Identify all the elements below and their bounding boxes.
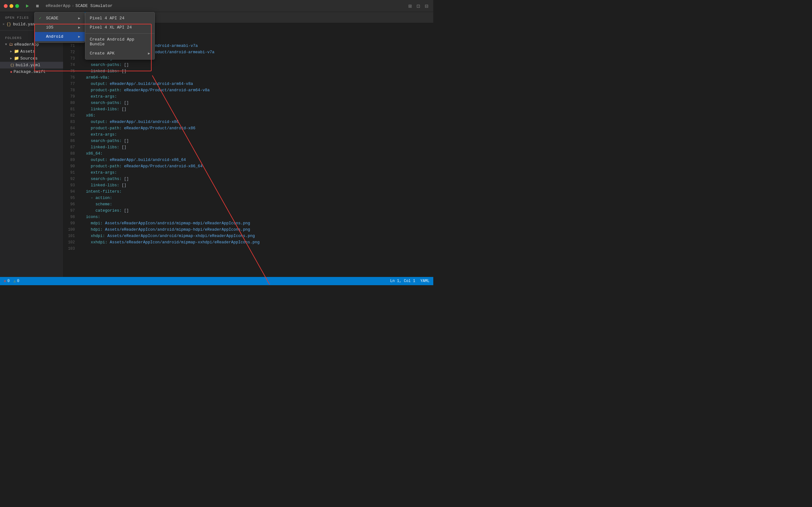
code-line: hdpi: Assets/eReaderAppIcon/android/mipm… [79,227,433,233]
layout-split-button[interactable]: ⊞ [407,3,413,9]
code-line: arm64-v8a: [79,74,433,81]
tree-item-sources[interactable]: ▶ 📁 Sources [0,55,63,62]
menu-item-scade[interactable]: ✓ SCADE ▶ [35,14,85,23]
code-line: product-path: eReaderApp/Product/android… [79,163,433,170]
breadcrumb: eReaderApp › SCADE Simulator [46,3,113,8]
code-line: x86_64: [79,151,433,157]
folder-icon: 📁 [14,49,19,54]
layout-panel-button[interactable]: ⊡ [415,3,421,9]
menu-item-label: Android [46,34,63,39]
titlebar-actions: ⊞ ⊡ ⊟ [407,3,429,9]
svg-marker-0 [26,4,29,8]
code-line: search-paths: [] [79,100,433,106]
menu-item-label: SCADE [46,16,58,20]
code-line: product-path: eReaderApp/Product/android… [79,87,433,94]
code-line: output: eReaderApp/.build/android-arm64-… [79,81,433,87]
language-label: YAML [420,279,429,283]
line-numbers: 6869707172 7374757677 7879808182 8384858… [63,23,79,277]
menu-item-label: Pixel 4 XL API 24 [90,25,132,30]
code-line: icons: [79,214,433,220]
layout-full-button[interactable]: ⊟ [424,3,429,9]
code-line: search-paths: [] [79,62,433,68]
breadcrumb-current: SCADE Simulator [75,3,113,8]
code-line: output: eReaderApp/.build/android-x86 [79,119,433,125]
tree-item-label: Sources [20,56,38,61]
menu-item-label: iOS [46,25,53,30]
minimize-traffic-light[interactable] [9,4,13,8]
titlebar: eReaderApp › SCADE Simulator ⊞ ⊡ ⊟ [0,0,433,12]
warning-count: 0 [17,279,19,283]
traffic-lights [4,4,19,8]
code-line: categories: [] [79,208,433,214]
code-line: extra-args: [79,131,433,138]
tree-item-buildyaml[interactable]: {} build.yaml [0,62,63,68]
menu-item-pixel4[interactable]: Pixel 4 API 24 [85,14,154,23]
code-line: linked-libs: [] [79,182,433,188]
folder-icon: 🗂 [9,42,13,47]
menu-item-create-apk[interactable]: Create APK ▶ [85,49,154,58]
chevron-right-icon: ▶ [10,49,12,53]
check-icon: ✓ [39,16,44,20]
code-line: linked-libs: [] [79,106,433,112]
code-line: intent-filters: [79,188,433,195]
tree-item-label: Package.swift [14,69,46,74]
swift-icon: ◆ [10,70,12,74]
play-button[interactable] [24,3,31,9]
arrow-right-icon: ▶ [78,25,80,30]
code-line: linked-libs: [] [79,68,433,74]
code-line: extra-args: [79,170,433,176]
code-line: x86: [79,112,433,119]
menu-divider [85,33,154,34]
code-line: search-paths: [] [79,138,433,144]
folder-icon: 📁 [14,56,19,61]
sidebar: OPEN FILES × {} build.yaml FOLDERS ▼ 🗂 e… [0,12,63,277]
error-icon: ⊗ [4,279,6,284]
chevron-right-icon: ▶ [10,56,12,60]
close-traffic-light[interactable] [4,4,8,8]
yaml-file-icon: {} [7,22,11,26]
menu-item-pixel4xl[interactable]: Pixel 4 XL API 24 [85,23,154,32]
code-line: xxhdpi: Assets/eReaderAppIcon/android/mi… [79,239,433,245]
menu-item-label: Create APK [90,51,114,56]
svg-rect-1 [36,5,39,7]
menu-item-create-bundle[interactable]: Create Android App Bundle [85,35,154,49]
error-count: 0 [7,279,9,283]
cursor-position: Ln 1, Col 1 [390,279,415,283]
code-line: linked-libs: [] [79,144,433,151]
menu-item-ios[interactable]: iOS ▶ [35,23,85,32]
sub-dropdown: Pixel 4 API 24 Pixel 4 XL API 24 Create … [85,12,155,60]
arrow-right-icon: ▶ [78,16,80,20]
tree-item-label: Assets [20,49,35,54]
status-position: Ln 1, Col 1 YAML [390,279,429,283]
breadcrumb-separator: › [72,3,74,8]
breadcrumb-project[interactable]: eReaderApp [46,3,70,8]
tree-item-packageswift[interactable]: ◆ Package.swift [0,68,63,75]
status-errors: ⊗ 0 ⚠ 0 [4,279,19,284]
main-layout: OPEN FILES × {} build.yaml FOLDERS ▼ 🗂 e… [0,12,433,277]
code-line: scheme: [79,201,433,208]
code-line: mdpi: Assets/eReaderAppIcon/android/mipm… [79,220,433,227]
status-bar: ⊗ 0 ⚠ 0 Ln 1, Col 1 YAML [0,277,433,285]
tree-item-label: build.yaml [15,63,40,67]
menu-container: ✓ SCADE ▶ iOS ▶ Android ▶ Pixel 4 API 24… [34,12,85,43]
code-line: search-paths: [] [79,176,433,182]
tree-item-assets[interactable]: ▶ 📁 Assets [0,48,63,55]
arrow-right-icon: ▶ [78,35,80,39]
tree-item-label: eReaderApp [14,42,39,47]
code-line: extra-args: [79,94,433,100]
stop-button[interactable] [34,3,41,9]
warning-icon: ⚠ [13,279,15,284]
close-file-icon[interactable]: × [3,22,5,26]
menu-item-label: Pixel 4 API 24 [90,16,124,20]
code-lines: manifest-file: permissions: [] armeabi-v… [79,23,433,277]
yaml-icon: {} [10,63,14,67]
chevron-down-icon: ▼ [5,43,7,46]
menu-item-label: Create Android App Bundle [90,37,150,47]
code-line: product-path: eReaderApp/Product/android… [79,125,433,131]
arrow-right-icon: ▶ [148,51,150,55]
code-line: xhdpi: Assets/eReaderAppIcon/android/mip… [79,233,433,239]
menu-item-android[interactable]: Android ▶ [35,32,85,41]
code-line: output: eReaderApp/.build/android-x86_64 [79,157,433,163]
maximize-traffic-light[interactable] [15,4,19,8]
code-content: 6869707172 7374757677 7879808182 8384858… [63,23,433,277]
